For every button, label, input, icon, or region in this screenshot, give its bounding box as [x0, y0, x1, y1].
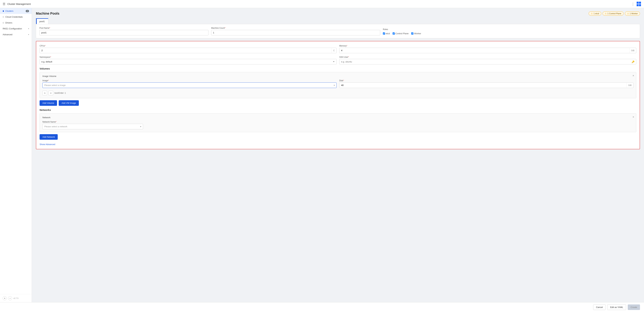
cpus-group: CPUs* C — [40, 45, 336, 53]
add-network-wrapper: Add Network — [40, 134, 636, 140]
network-name-group: Network Name* Please select a network ▾ — [42, 121, 143, 129]
control-plane-checkbox-label[interactable]: Control Plane — [392, 32, 409, 35]
sidebar-drivers-label: Drivers — [5, 22, 12, 24]
image-select-arrow-icon: ▾ — [332, 84, 336, 86]
namespace-select[interactable]: e.g. default — [40, 59, 336, 65]
brand-icon — [636, 2, 641, 6]
control-plane-checkbox[interactable] — [392, 32, 395, 35]
etcd-label: etcd — [386, 32, 390, 35]
topbar-right: ⋮ — [631, 2, 641, 6]
pool-name-required: * — [49, 27, 50, 29]
control-plane-warn-icon: ⚠ — [605, 12, 607, 15]
cpus-addon: C — [332, 48, 336, 53]
page-title: Machine Pools — [36, 12, 59, 16]
pool-name-group: Pool Name* — [40, 27, 208, 35]
status-badge-worker: ⚠ 1 Worker — [625, 12, 640, 16]
remove-pool-button[interactable]: − — [8, 296, 12, 300]
memory-label: Memory* — [339, 45, 636, 47]
boot-order-text: bootOrder: 1 — [54, 92, 66, 94]
page-header: Machine Pools ⚠ 1 etcd ⚠ 1 Control Plane… — [36, 12, 640, 16]
ssh-user-group: SSH User* 🔑 — [339, 56, 636, 65]
pool-header: Pool Name* Machine Count* Roles etcd — [36, 24, 640, 38]
disk-input[interactable] — [340, 83, 626, 88]
pool-name-input[interactable] — [40, 30, 208, 35]
machine-count-required: * — [225, 27, 226, 29]
config-section: CPUs* C Memory* GiB — [36, 41, 640, 149]
network-select-wrapper: Please select a network ▾ — [42, 124, 143, 129]
machine-count-input[interactable] — [211, 30, 380, 35]
cloud-credentials-dot-icon — [3, 16, 4, 18]
image-disk-row: Image* Please select a image ▾ Disk* — [42, 79, 634, 88]
rke1-chevron-icon: ▾ — [28, 28, 29, 30]
app-title: Cluster Management — [8, 3, 31, 5]
machine-count-label: Machine Count* — [211, 27, 380, 29]
cancel-button[interactable]: Cancel — [593, 304, 606, 310]
status-badges: ⚠ 1 etcd ⚠ 1 Control Plane ⚠ 1 Worker — [589, 12, 640, 16]
worker-checkbox-label[interactable]: Worker — [411, 32, 421, 35]
footer: Cancel Edit as YAML Create — [0, 302, 644, 312]
sidebar-item-rke1[interactable]: RKE1 Configuration ▾ — [0, 26, 32, 32]
image-volume-title: Image Volume — [42, 75, 634, 77]
namespace-ssh-row: Namespace* e.g. default SSH User* 🔑 — [40, 56, 636, 65]
cpus-input[interactable] — [40, 48, 332, 53]
main-content: Machine Pools ⚠ 1 etcd ⚠ 1 Control Plane… — [32, 8, 644, 302]
roles-checkboxes: etcd Control Plane Worker — [383, 31, 636, 35]
network-select-arrow-icon: ▾ — [138, 125, 143, 128]
advanced-chevron-icon: ▾ — [28, 34, 29, 35]
network-close-button[interactable]: × — [632, 115, 634, 118]
etcd-checkbox-label[interactable]: etcd — [383, 32, 390, 35]
ssh-key-icon[interactable]: 🔑 — [630, 60, 636, 63]
pool-tab-indicator — [36, 19, 37, 24]
more-options-icon[interactable]: ⋮ — [631, 2, 634, 6]
boot-order-down-button[interactable]: ∨ — [48, 91, 53, 95]
image-select[interactable]: Please select a image — [42, 83, 332, 88]
disk-addon: GiB — [626, 83, 633, 88]
image-select-wrapper: Please select a image ▾ — [42, 82, 336, 88]
status-badge-control-plane: ⚠ 1 Control Plane — [602, 12, 624, 16]
pool-tab-label: pool1 — [40, 20, 45, 23]
volume-action-buttons: Add Volume Add VM Image — [40, 100, 636, 106]
clusters-dot-icon — [3, 11, 4, 12]
memory-input[interactable] — [340, 48, 629, 53]
memory-input-wrapper: GiB — [339, 48, 636, 53]
layout: Clusters 2 Cloud Credentials Drivers RKE… — [0, 8, 644, 302]
disk-label: Disk* — [339, 79, 634, 82]
ssh-user-label: SSH User* — [339, 56, 636, 58]
sidebar-cloud-credentials-label: Cloud Credentials — [5, 16, 23, 18]
show-advanced-link[interactable]: Show Advanced — [40, 143, 55, 145]
cpus-label: CPUs* — [40, 45, 336, 47]
worker-checkbox[interactable] — [411, 32, 414, 35]
sidebar-item-advanced[interactable]: Advanced ▾ — [0, 32, 32, 38]
network-name-select[interactable]: Please select a network — [42, 124, 138, 129]
control-plane-label: Control Plane — [396, 32, 409, 35]
worker-warn-icon: ⚠ — [627, 12, 629, 15]
status-badge-etcd: ⚠ 1 etcd — [589, 12, 601, 16]
version-label: v2.7.5 — [14, 297, 18, 299]
boot-order-up-button[interactable]: ∧ — [42, 91, 47, 95]
sidebar-bottom: + − v2.7.5 — [0, 294, 32, 302]
sidebar-item-clusters[interactable]: Clusters 2 — [0, 8, 32, 14]
worker-label: Worker — [414, 32, 421, 35]
etcd-checkbox[interactable] — [383, 32, 385, 35]
ssh-user-input[interactable] — [340, 59, 630, 64]
image-volume-close-button[interactable]: × — [632, 74, 634, 77]
memory-addon: GiB — [629, 48, 636, 53]
add-vm-image-button[interactable]: Add VM Image — [59, 100, 79, 106]
memory-group: Memory* GiB — [339, 45, 636, 53]
drivers-dot-icon — [3, 22, 4, 24]
sidebar-item-drivers[interactable]: Drivers — [0, 20, 32, 26]
sidebar-item-cloud-credentials[interactable]: Cloud Credentials — [0, 14, 32, 20]
add-volume-button[interactable]: Add Volume — [40, 100, 57, 106]
roles-group: Roles etcd Control Plane Worker — [383, 28, 636, 35]
add-pool-button[interactable]: + — [3, 296, 7, 300]
worker-badge-label: 1 Worker — [630, 13, 638, 15]
add-network-button[interactable]: Add Network — [40, 134, 58, 140]
edit-as-yaml-button[interactable]: Edit as YAML — [607, 304, 626, 310]
disk-input-wrapper: GiB — [339, 82, 634, 88]
sidebar: Clusters 2 Cloud Credentials Drivers RKE… — [0, 8, 32, 302]
pool-tab-pool1[interactable]: pool1 — [36, 18, 48, 24]
hamburger-icon[interactable]: ☰ — [3, 2, 5, 6]
network-card: Network × Network Name* Please select a … — [40, 113, 636, 132]
create-button[interactable]: Create — [628, 304, 640, 310]
cpu-memory-row: CPUs* C Memory* GiB — [40, 45, 636, 53]
